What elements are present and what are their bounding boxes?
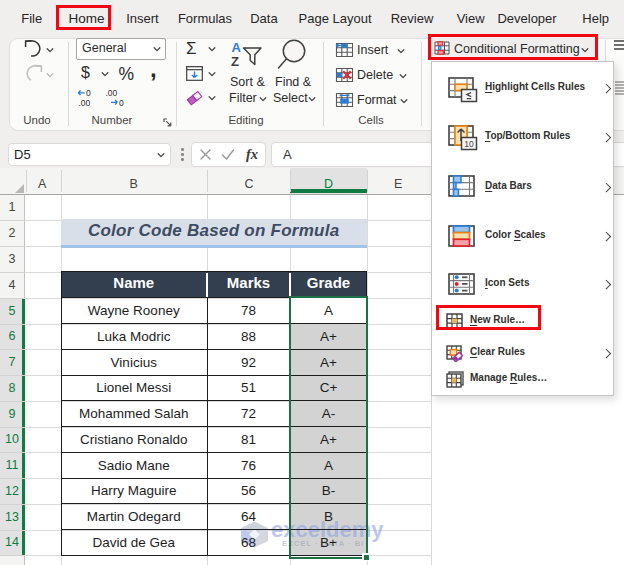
svg-text:A: A — [232, 40, 242, 55]
svg-text:.00: .00 — [106, 88, 118, 98]
svg-text:10: 10 — [464, 139, 474, 149]
svg-text:.00: .00 — [79, 98, 91, 108]
svg-text:0: 0 — [119, 98, 124, 108]
svg-text:Z: Z — [231, 54, 239, 67]
svg-text:0: 0 — [86, 88, 91, 98]
